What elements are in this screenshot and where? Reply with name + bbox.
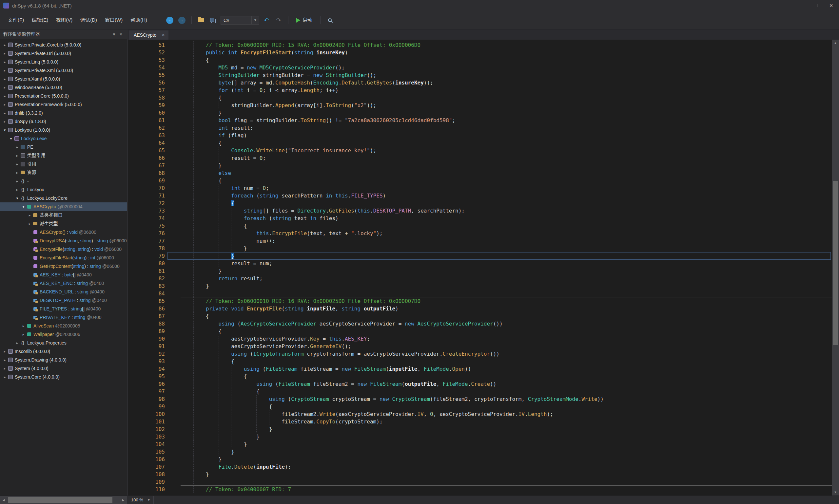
line-number[interactable]: 85 bbox=[128, 298, 165, 305]
line-number[interactable]: 69 bbox=[128, 177, 165, 184]
expander-icon[interactable]: ▸ bbox=[14, 162, 20, 166]
expander-icon[interactable]: ▾ bbox=[21, 205, 26, 209]
expander-icon[interactable]: ▸ bbox=[2, 77, 7, 81]
line-number[interactable]: 95 bbox=[128, 373, 165, 380]
code-line[interactable]: 103 } bbox=[128, 433, 832, 440]
line-number[interactable]: 64 bbox=[128, 139, 165, 147]
line-number[interactable]: 102 bbox=[128, 426, 165, 433]
line-number[interactable]: 97 bbox=[128, 388, 165, 395]
expander-icon[interactable]: ▸ bbox=[27, 222, 32, 226]
tree-item[interactable]: ▾Lockyou.LockyCore bbox=[0, 194, 127, 202]
line-number[interactable]: 62 bbox=[128, 124, 165, 132]
code-line[interactable]: 88 using (AesCryptoServiceProvider aesCr… bbox=[128, 320, 832, 327]
tree-item[interactable]: ▸dnSpy (6.1.8.0) bbox=[0, 117, 127, 126]
vertical-scrollbar[interactable]: ▲ ▼ bbox=[832, 40, 839, 496]
scrollbar-thumb[interactable] bbox=[833, 181, 838, 345]
expander-icon[interactable]: ▸ bbox=[21, 324, 26, 328]
tree-item[interactable]: ▸资源 bbox=[0, 168, 127, 177]
redo-button[interactable]: ↷ bbox=[274, 15, 283, 25]
tab-close-icon[interactable]: ✕ bbox=[161, 33, 165, 37]
code-line[interactable]: 72 { bbox=[128, 199, 832, 207]
maximize-button[interactable] bbox=[807, 0, 823, 11]
code-line[interactable]: 110 // Token: 0x04000007 RID: 7 bbox=[128, 486, 832, 493]
tree-item[interactable]: AES_KEY_ENC : string @0400 bbox=[0, 279, 127, 288]
code-line[interactable]: 92 using (ICryptoTransform cryptoTransfo… bbox=[128, 350, 832, 358]
line-number[interactable]: 54 bbox=[128, 64, 165, 71]
line-number[interactable]: 105 bbox=[128, 448, 165, 455]
menu-item[interactable]: 编辑(E) bbox=[28, 15, 52, 25]
code-line[interactable]: 76 this.EncryptFile(text, text + ".locky… bbox=[128, 230, 832, 237]
tree-item[interactable]: ▸System.Core (4.0.0.0) bbox=[0, 373, 127, 381]
expander-icon[interactable]: ▸ bbox=[2, 94, 7, 98]
tree-item[interactable]: AESCrypto() : void @06000 bbox=[0, 228, 127, 236]
line-number[interactable]: 82 bbox=[128, 275, 165, 282]
code-line[interactable]: 99 { bbox=[128, 403, 832, 410]
line-number[interactable]: 90 bbox=[128, 335, 165, 343]
line-number[interactable]: 61 bbox=[128, 116, 165, 124]
line-number[interactable]: 79 bbox=[128, 252, 165, 260]
line-number[interactable]: 99 bbox=[128, 403, 165, 410]
tree-item[interactable]: EncryptFileStart(string) : int @06000 bbox=[0, 253, 127, 262]
tree-item[interactable]: ▸PresentationFramework (5.0.0.0) bbox=[0, 100, 127, 109]
tree-item[interactable]: ▸Wallpaper @02000006 bbox=[0, 330, 127, 339]
line-number[interactable]: 77 bbox=[128, 237, 165, 245]
code-line[interactable]: 69 { bbox=[128, 177, 832, 184]
line-number[interactable]: 94 bbox=[128, 365, 165, 373]
tree-item[interactable]: ▸PE bbox=[0, 143, 127, 151]
line-number[interactable]: 55 bbox=[128, 71, 165, 79]
tree-item[interactable]: ▸Lockyou.Properties bbox=[0, 339, 127, 347]
code-line[interactable]: 85 // Token: 0x06000010 RID: 16 RVA: 0x0… bbox=[128, 298, 832, 305]
scroll-down-icon[interactable]: ▼ bbox=[832, 489, 839, 496]
line-number[interactable]: 59 bbox=[128, 102, 165, 109]
expander-icon[interactable]: ▾ bbox=[14, 196, 20, 200]
line-number[interactable]: 67 bbox=[128, 162, 165, 169]
code-line[interactable]: 51 // Token: 0x0600000F RID: 15 RVA: 0x0… bbox=[128, 41, 832, 49]
code-line[interactable]: 100 fileStream2.Write(aesCryptoServicePr… bbox=[128, 410, 832, 418]
line-number[interactable]: 100 bbox=[128, 410, 165, 418]
code-line[interactable]: 90 aesCryptoServiceProvider.Key = this.A… bbox=[128, 335, 832, 343]
navigate-back-button[interactable]: ← bbox=[165, 15, 175, 25]
code-line[interactable]: 97 { bbox=[128, 388, 832, 395]
tree-item[interactable]: ▸mscorlib (4.0.0.0) bbox=[0, 347, 127, 356]
zoom-control[interactable]: 100 % ▼ bbox=[128, 496, 154, 504]
code-line[interactable]: 106 } bbox=[128, 455, 832, 463]
expander-icon[interactable]: ▾ bbox=[8, 137, 14, 141]
expander-icon[interactable]: ▸ bbox=[2, 60, 7, 64]
expander-icon[interactable]: ▸ bbox=[14, 154, 20, 158]
line-number[interactable]: 66 bbox=[128, 154, 165, 162]
line-number[interactable]: 63 bbox=[128, 132, 165, 139]
tree-item[interactable]: ▸类型引用 bbox=[0, 151, 127, 160]
line-number[interactable]: 52 bbox=[128, 49, 165, 56]
expander-icon[interactable]: ▸ bbox=[2, 86, 7, 90]
code-editor[interactable]: 51 // Token: 0x0600000F RID: 15 RVA: 0x0… bbox=[128, 40, 832, 496]
code-line[interactable]: 80 result = num; bbox=[128, 260, 832, 267]
expander-icon[interactable]: ▸ bbox=[14, 170, 20, 175]
menu-item[interactable]: 窗口(W) bbox=[101, 15, 126, 25]
line-number[interactable]: 57 bbox=[128, 87, 165, 94]
tree-item[interactable]: ▸System (4.0.0.0) bbox=[0, 364, 127, 373]
expander-icon[interactable]: ▾ bbox=[2, 128, 7, 132]
expander-icon[interactable]: ▸ bbox=[2, 51, 7, 56]
line-number[interactable]: 89 bbox=[128, 327, 165, 335]
language-selector[interactable]: C# ▼ bbox=[221, 16, 259, 24]
tree-item[interactable]: ▸System.Drawing (4.0.0.0) bbox=[0, 356, 127, 364]
line-number[interactable]: 83 bbox=[128, 282, 165, 290]
line-number[interactable]: 84 bbox=[128, 290, 165, 298]
code-line[interactable]: 93 { bbox=[128, 358, 832, 365]
code-line[interactable]: 66 result = 0; bbox=[128, 154, 832, 162]
line-number[interactable]: 68 bbox=[128, 169, 165, 177]
line-number[interactable]: 80 bbox=[128, 260, 165, 267]
tree-item[interactable]: ▸派生类型 bbox=[0, 219, 127, 228]
tree-item[interactable]: DecryptRSA(string, string) : string @060… bbox=[0, 236, 127, 245]
line-number[interactable]: 101 bbox=[128, 418, 165, 426]
expander-icon[interactable]: ▸ bbox=[2, 366, 7, 371]
panel-close-icon[interactable]: ✕ bbox=[118, 32, 124, 37]
tree-item[interactable]: DESKTOP_PATH : string @0400 bbox=[0, 296, 127, 305]
code-line[interactable]: 65 Console.WriteLine("Incorrect insuranc… bbox=[128, 147, 832, 154]
tab-aescrypto[interactable]: AESCrypto ✕ bbox=[129, 31, 169, 40]
code-line[interactable]: 64 { bbox=[128, 139, 832, 147]
code-line[interactable]: 89 { bbox=[128, 327, 832, 335]
line-number[interactable]: 108 bbox=[128, 471, 165, 478]
line-number[interactable]: 107 bbox=[128, 463, 165, 471]
expander-icon[interactable]: ▸ bbox=[2, 358, 7, 362]
